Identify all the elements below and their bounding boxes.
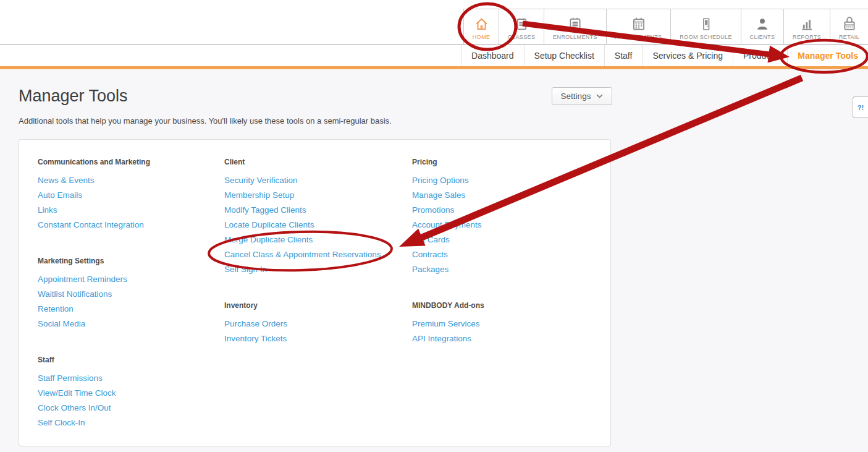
- link-promotions[interactable]: Promotions: [412, 203, 599, 218]
- subnav-item-services-pricing[interactable]: Services & Pricing: [642, 45, 733, 66]
- section-heading: MINDBODY Add-ons: [412, 301, 599, 310]
- home-icon: [473, 15, 490, 32]
- link-account-payments[interactable]: Account Payments: [412, 218, 599, 232]
- tab-retail[interactable]: RETAIL: [830, 9, 868, 44]
- section-heading: Client: [224, 157, 412, 167]
- section-marketing-settings: Marketing SettingsAppointment RemindersW…: [38, 256, 224, 331]
- tab-label: HOME: [473, 34, 491, 40]
- link-constant-contact-integration[interactable]: Constant Contact Integration: [38, 218, 224, 232]
- subnav-item-setup-checklist[interactable]: Setup Checklist: [524, 45, 604, 66]
- section-pricing: PricingPricing OptionsManage SalesPromot…: [412, 157, 599, 277]
- section-client: ClientSecurity VerificationMembership Se…: [224, 157, 412, 277]
- section-heading: Communications and Marketing: [38, 157, 224, 167]
- page-subtitle: Additional tools that help you manage yo…: [19, 116, 392, 126]
- retail-icon: [841, 15, 857, 32]
- subnav-item-products[interactable]: Products: [733, 45, 787, 66]
- feedback-tab[interactable]: ?!: [853, 96, 868, 118]
- card-column-2: ClientSecurity VerificationMembership Se…: [224, 157, 412, 446]
- link-waitlist-notifications[interactable]: Waitlist Notifications: [38, 287, 224, 302]
- tab-label: CLASSES: [508, 34, 535, 40]
- link-membership-setup[interactable]: Membership Setup: [224, 188, 412, 203]
- page-title: Manager Tools: [19, 87, 128, 106]
- tab-label: ROOM SCHEDULE: [680, 34, 732, 40]
- section-staff: StaffStaff PermissionsView/Edit Time Clo…: [38, 355, 224, 430]
- secondary-nav: DashboardSetup ChecklistStaffServices & …: [0, 45, 868, 66]
- card-column-3: PricingPricing OptionsManage SalesPromot…: [412, 157, 599, 446]
- tab-room-schedule[interactable]: ROOM SCHEDULE: [671, 9, 741, 44]
- link-security-verification[interactable]: Security Verification: [224, 173, 412, 188]
- link-retention[interactable]: Retention: [38, 302, 224, 317]
- room-schedule-icon: [699, 15, 714, 32]
- subnav-item-manager-tools[interactable]: Manager Tools: [787, 45, 868, 66]
- link-inventory-tickets[interactable]: Inventory Tickets: [224, 331, 412, 346]
- link-manage-sales[interactable]: Manage Sales: [412, 188, 599, 203]
- tab-appointments[interactable]: APPOINTMENTS: [607, 9, 671, 44]
- link-cancel-class-appointment-reservations[interactable]: Cancel Class & Appointment Reservations: [224, 247, 412, 262]
- manager-tools-card: Communications and MarketingNews & Event…: [19, 139, 611, 446]
- mindbody-app: HOMECLASSESENROLLMENTSAPPOINTMENTSROOM S…: [0, 0, 868, 452]
- settings-button[interactable]: Settings: [552, 87, 612, 105]
- link-appointment-reminders[interactable]: Appointment Reminders: [38, 272, 224, 287]
- appointments-icon: [631, 15, 647, 32]
- reports-icon: [799, 15, 815, 32]
- link-self-sign-in[interactable]: Self Sign In: [224, 262, 412, 277]
- clients-icon: [754, 15, 770, 32]
- link-modify-tagged-clients[interactable]: Modify Tagged Clients: [224, 203, 412, 218]
- section-heading: Inventory: [224, 301, 412, 310]
- tab-home[interactable]: HOME: [464, 9, 499, 44]
- tab-label: APPOINTMENTS: [615, 34, 662, 40]
- section-heading: Pricing: [412, 157, 599, 167]
- card-column-1: Communications and MarketingNews & Event…: [38, 157, 224, 446]
- link-contracts[interactable]: Contracts: [412, 247, 599, 262]
- tab-label: RETAIL: [839, 34, 859, 40]
- link-locate-duplicate-clients[interactable]: Locate Duplicate Clients: [224, 218, 412, 232]
- link-auto-emails[interactable]: Auto Emails: [38, 188, 224, 203]
- classes-icon: [514, 15, 529, 32]
- top-navigation: HOMECLASSESENROLLMENTSAPPOINTMENTSROOM S…: [0, 0, 868, 45]
- tab-enrollments[interactable]: ENROLLMENTS: [544, 9, 607, 44]
- link-view-edit-time-clock[interactable]: View/Edit Time Clock: [38, 386, 224, 401]
- subnav-item-dashboard[interactable]: Dashboard: [461, 45, 524, 66]
- link-social-media[interactable]: Social Media: [38, 317, 224, 331]
- tab-label: ENROLLMENTS: [553, 34, 597, 40]
- section-heading: Marketing Settings: [38, 256, 224, 266]
- enrollments-icon: [567, 15, 583, 32]
- tab-label: REPORTS: [793, 34, 821, 40]
- link-clock-others-in-out[interactable]: Clock Others In/Out: [38, 401, 224, 416]
- link-news-events[interactable]: News & Events: [38, 173, 224, 188]
- link-premium-services[interactable]: Premium Services: [412, 317, 599, 331]
- page-content: Manager Tools Additional tools that help…: [0, 69, 868, 452]
- tab-label: CLIENTS: [750, 34, 775, 40]
- link-purchase-orders[interactable]: Purchase Orders: [224, 317, 412, 331]
- link-api-integrations[interactable]: API Integrations: [412, 331, 599, 346]
- section-communications-and-marketing: Communications and MarketingNews & Event…: [38, 157, 224, 232]
- chevron-down-icon: [596, 94, 603, 98]
- tab-classes[interactable]: CLASSES: [499, 9, 544, 44]
- subnav-item-staff[interactable]: Staff: [604, 45, 643, 66]
- section-mindbody-add-ons: MINDBODY Add-onsPremium ServicesAPI Inte…: [412, 301, 599, 346]
- section-heading: Staff: [38, 355, 224, 365]
- primary-tabs: HOMECLASSESENROLLMENTSAPPOINTMENTSROOM S…: [463, 9, 868, 44]
- link-gift-cards[interactable]: Gift Cards: [412, 232, 599, 247]
- link-staff-permissions[interactable]: Staff Permissions: [38, 371, 224, 386]
- tab-reports[interactable]: REPORTS: [784, 9, 830, 44]
- settings-button-label: Settings: [561, 92, 591, 101]
- link-links[interactable]: Links: [38, 203, 224, 218]
- link-merge-duplicate-clients[interactable]: Merge Duplicate Clients: [224, 232, 412, 247]
- tab-clients[interactable]: CLIENTS: [741, 9, 784, 44]
- section-inventory: InventoryPurchase OrdersInventory Ticket…: [224, 301, 412, 346]
- link-packages[interactable]: Packages: [412, 262, 599, 277]
- link-pricing-options[interactable]: Pricing Options: [412, 173, 599, 188]
- link-self-clock-in[interactable]: Self Clock-In: [38, 416, 224, 430]
